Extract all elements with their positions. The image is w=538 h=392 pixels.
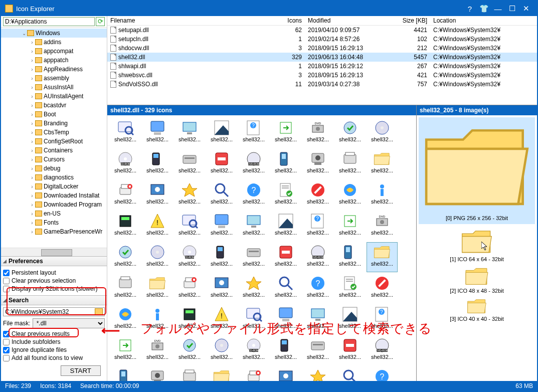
icon-cell[interactable]: shell32...: [207, 118, 237, 147]
tree-node[interactable]: ›bcastdvr: [1, 101, 107, 110]
tree-node[interactable]: ›assembly: [1, 74, 107, 83]
icon-cell[interactable]: shell32...: [110, 180, 140, 210]
icon-cell[interactable]: shell32...: [174, 149, 205, 178]
icon-cell[interactable]: shell32...: [110, 367, 140, 381]
file-list[interactable]: Filename Icons Modified Size [KB] Locati…: [107, 16, 537, 105]
icon-cell[interactable]: shell32...: [142, 180, 172, 210]
icon-cell[interactable]: shell32...: [367, 149, 397, 178]
icon-cell[interactable]: shell32...: [207, 367, 237, 381]
icon-cell[interactable]: shell32...: [142, 274, 172, 303]
only-32bit-check[interactable]: Display only 32bit icons (slower): [3, 285, 105, 292]
icon-cell[interactable]: shell32...: [142, 149, 172, 178]
icon-cell[interactable]: shell32...: [142, 118, 172, 147]
detail-list[interactable]: [0] PNG 256 x 256 - 32bit [1] ICO 64 x 6…: [417, 115, 537, 381]
detail-item[interactable]: [3] ICO 40 x 40 - 32bit: [419, 298, 535, 322]
icon-cell[interactable]: shell32...: [207, 149, 237, 178]
tree-node[interactable]: ›AUInstallAgent: [1, 92, 107, 101]
icon-cell[interactable]: shell32...: [174, 367, 205, 381]
tree-node[interactable]: ›DigitalLocker: [1, 182, 107, 191]
icon-cell[interactable]: ? shell32...: [303, 274, 333, 303]
icon-cell[interactable]: shell32...: [110, 243, 140, 272]
tree-node[interactable]: ›Downloaded Installat: [1, 191, 107, 200]
icon-cell[interactable]: shell32...: [303, 336, 333, 365]
icon-cell[interactable]: shell32...: [335, 212, 365, 241]
persistent-layout-check[interactable]: Persistent layout: [3, 269, 105, 276]
tree-node[interactable]: ›Downloaded Program: [1, 200, 107, 209]
maximize-button[interactable]: ☐: [505, 4, 519, 13]
icon-cell[interactable]: shell32...: [271, 243, 301, 272]
icon-cell[interactable]: shell32...: [207, 180, 237, 210]
icon-cell[interactable]: shell32...: [207, 212, 237, 241]
icon-cell[interactable]: DVD-ROM shell32...: [239, 149, 269, 178]
minimize-button[interactable]: —: [491, 5, 505, 13]
file-row[interactable]: setupcln.dll 12019/02/14 8:57:26 102C:¥W…: [107, 35, 537, 44]
ignore-dup-check[interactable]: Ignore duplicate files: [3, 346, 105, 353]
tree-node[interactable]: ›en-US: [1, 209, 107, 218]
icon-cell[interactable]: shell32...: [174, 212, 205, 241]
icon-cell[interactable]: shell32...: [367, 118, 397, 147]
browse-icon[interactable]: [95, 308, 103, 315]
tree-node[interactable]: ›AppReadiness: [1, 65, 107, 74]
search-path-field[interactable]: C:¥Windows¥System32: [3, 307, 105, 316]
tree-node[interactable]: ›CbsTemp: [1, 128, 107, 137]
tree-node[interactable]: ›Cursors: [1, 155, 107, 164]
tree-node[interactable]: ›appcompat: [1, 47, 107, 56]
file-row[interactable]: shell32.dll 3292019/06/13 16:04:48 5457C…: [107, 53, 537, 62]
icon-grid[interactable]: shell32... shell32... shell32... shell32…: [107, 115, 416, 381]
icon-cell[interactable]: shell32...: [239, 367, 269, 381]
shirt-button[interactable]: 👕: [477, 4, 491, 13]
tree-node[interactable]: ›Branding: [1, 119, 107, 128]
icon-cell[interactable]: shell32...: [239, 212, 269, 241]
icon-cell[interactable]: shell32...: [174, 336, 205, 365]
icon-cell[interactable]: ? shell32...: [239, 118, 269, 147]
icon-cell[interactable]: CD-ROM shell32...: [239, 336, 269, 365]
detail-item[interactable]: [1] ICO 64 x 64 - 32bit: [419, 228, 535, 262]
tree-node[interactable]: ›apppatch: [1, 56, 107, 65]
add-all-check[interactable]: Add all found icons to view: [3, 354, 105, 361]
icon-cell[interactable]: shell32...: [335, 336, 365, 365]
icon-cell[interactable]: shell32...: [335, 367, 365, 381]
icon-cell[interactable]: shell32...: [271, 367, 301, 381]
icon-cell[interactable]: shell32...: [271, 180, 301, 210]
file-row[interactable]: SndVolSSO.dll 112019/03/14 0:27:38 757C:…: [107, 80, 537, 89]
icon-cell[interactable]: shell32...: [110, 212, 140, 241]
icon-cell[interactable]: DVD shell32...: [367, 212, 397, 241]
tree-node[interactable]: ›GameBarPresenceWr: [1, 227, 107, 236]
icon-cell[interactable]: shell32...: [207, 243, 237, 272]
icon-cell[interactable]: shell32...: [142, 243, 172, 272]
include-subfolders-check[interactable]: Include subfolders: [3, 338, 105, 345]
icon-cell[interactable]: shell32...: [174, 180, 205, 210]
tree-node[interactable]: ›ConfigSetRoot: [1, 137, 107, 146]
icon-cell[interactable]: shell32...: [142, 367, 172, 381]
icon-cell[interactable]: shell32...: [110, 336, 140, 365]
icon-cell[interactable]: shell32...: [335, 180, 365, 210]
icon-cell[interactable]: shell32...: [335, 149, 365, 178]
close-button[interactable]: ✕: [519, 4, 533, 13]
tree-node[interactable]: ›debug: [1, 164, 107, 173]
icon-cell[interactable]: shell32...: [271, 149, 301, 178]
tree-node[interactable]: ›AsusInstAll: [1, 83, 107, 92]
icon-cell[interactable]: shell32...: [271, 212, 301, 241]
icon-cell[interactable]: ? shell32...: [303, 212, 333, 241]
icon-cell[interactable]: shell32...: [271, 274, 301, 303]
icon-cell[interactable]: ? shell32...: [239, 180, 269, 210]
icon-cell[interactable]: shell32...: [110, 274, 140, 303]
start-button[interactable]: START: [61, 365, 101, 376]
icon-cell[interactable]: shell32...: [207, 274, 237, 303]
icon-cell[interactable]: ! shell32...: [142, 212, 172, 241]
icon-cell[interactable]: DVD-ROM shell32...: [367, 336, 397, 365]
help-button[interactable]: ?: [463, 5, 477, 13]
tree-node-windows[interactable]: ⌄Windows: [1, 29, 107, 38]
icon-cell[interactable]: shell32...: [271, 118, 301, 147]
icon-cell[interactable]: DVD shell32...: [303, 118, 333, 147]
icon-cell[interactable]: shell32...: [239, 274, 269, 303]
icon-cell[interactable]: shell32...: [239, 243, 269, 272]
icon-cell[interactable]: shell32...: [335, 118, 365, 147]
tree-node[interactable]: ›Fonts: [1, 218, 107, 227]
icon-cell[interactable]: CD-ROM shell32...: [110, 149, 140, 178]
tree-node[interactable]: ›Containers: [1, 146, 107, 155]
path-input[interactable]: [3, 17, 95, 26]
tree-node[interactable]: ›Boot: [1, 110, 107, 119]
file-row[interactable]: shlwapi.dll 12018/09/15 16:29:12 267C:¥W…: [107, 62, 537, 71]
file-row[interactable]: shwebsvc.dll 32018/09/15 16:29:13 421C:¥…: [107, 71, 537, 80]
